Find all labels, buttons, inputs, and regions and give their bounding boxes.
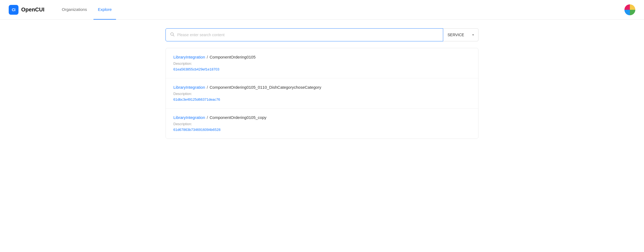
header-right (624, 4, 635, 15)
result-title: LibraryIntegration / ComponentOrdering01… (173, 85, 471, 90)
logo-text: OpenCUI (21, 7, 45, 13)
component-name: ComponentOrdering0105 (210, 55, 255, 59)
nav-links: Organizations Explore (58, 0, 116, 20)
result-title: LibraryIntegration / ComponentOrdering01… (173, 55, 471, 59)
result-id-link[interactable]: 61dbc3e49125d66371deac76 (173, 97, 220, 102)
separator: / (207, 115, 209, 120)
results-list: LibraryIntegration / ComponentOrdering01… (165, 48, 479, 139)
logo-icon-text: CI (12, 8, 15, 12)
result-title: LibraryIntegration / ComponentOrdering01… (173, 115, 471, 120)
separator: / (207, 85, 209, 90)
description-label: Description: (173, 92, 471, 96)
list-item[interactable]: LibraryIntegration / ComponentOrdering01… (166, 78, 478, 109)
list-item[interactable]: LibraryIntegration / ComponentOrdering01… (166, 109, 478, 139)
org-link[interactable]: LibraryIntegration (173, 55, 205, 59)
logo-icon: CI (9, 5, 18, 15)
search-icon (170, 32, 174, 38)
service-dropdown[interactable]: SERVICE ▾ (443, 28, 479, 41)
search-input[interactable] (177, 33, 439, 37)
component-name: ComponentOrdering0105_0110_DishCategoryc… (210, 85, 321, 90)
search-input-wrapper (165, 28, 443, 41)
org-link[interactable]: LibraryIntegration (173, 115, 205, 120)
nav-label-explore: Explore (98, 7, 112, 12)
nav-item-organizations[interactable]: Organizations (58, 0, 92, 20)
nav-item-explore[interactable]: Explore (93, 0, 116, 20)
component-name: ComponentOrdering0105_copy (210, 115, 266, 120)
main-content: SERVICE ▾ LibraryIntegration / Component… (159, 20, 485, 147)
user-avatar[interactable] (624, 4, 635, 15)
nav-label-organizations: Organizations (62, 7, 87, 12)
result-id-link[interactable]: 61d67863b7346916094b6528 (173, 128, 221, 132)
description-label: Description: (173, 122, 471, 126)
result-id-link[interactable]: 61ea563855cb429ef1e18703 (173, 67, 219, 71)
org-link[interactable]: LibraryIntegration (173, 85, 205, 90)
search-area: SERVICE ▾ (165, 28, 479, 41)
header: CI OpenCUI Organizations Explore (0, 0, 644, 20)
svg-line-1 (173, 35, 174, 36)
list-item[interactable]: LibraryIntegration / ComponentOrdering01… (166, 48, 478, 78)
chevron-down-icon: ▾ (472, 33, 474, 37)
logo-area: CI OpenCUI (9, 5, 45, 15)
separator: / (207, 55, 209, 59)
service-dropdown-label: SERVICE (448, 33, 464, 37)
description-label: Description: (173, 62, 471, 66)
